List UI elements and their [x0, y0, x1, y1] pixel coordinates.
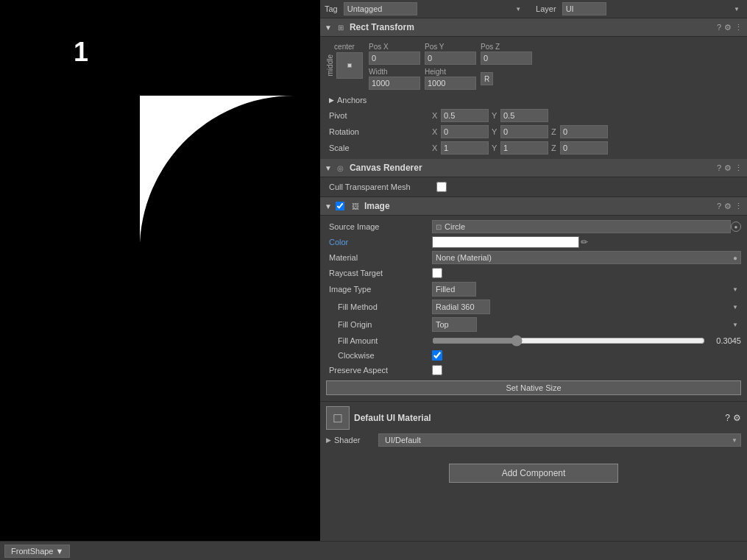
fill-origin-dropdown-wrapper: Bottom Right Top Left	[432, 317, 741, 332]
inspector-panel: Tag Untagged Layer UI ▼ ⊞ Rect Transform…	[320, 0, 747, 541]
color-input-row: ✏	[432, 236, 741, 248]
tag-dropdown-wrapper: Untagged	[344, 2, 524, 15]
pos-x-input[interactable]	[369, 52, 420, 65]
pos-x-field: Pos X	[369, 43, 420, 65]
anchors-label: Anchors	[337, 96, 367, 104]
image-enabled-checkbox[interactable]	[336, 202, 344, 210]
rotation-z-label: Z	[551, 127, 559, 136]
color-swatch[interactable]	[432, 236, 579, 248]
rotation-y-input[interactable]: 0	[500, 125, 548, 138]
set-native-size-button[interactable]: Set Native Size	[326, 380, 741, 395]
scale-value: X 1 Y 1 Z 0	[432, 141, 741, 155]
width-input[interactable]: 1000	[369, 77, 420, 90]
rotation-value: X 0 Y 0 Z 0	[432, 125, 741, 138]
fill-origin-label: Fill Origin	[329, 320, 432, 329]
canvas-renderer-help-icon[interactable]: ?	[717, 163, 721, 173]
rect-transform-more-icon[interactable]: ⋮	[734, 23, 743, 32]
rect-transform-icon: ⊞	[335, 21, 347, 33]
cull-checkbox[interactable]	[436, 182, 447, 192]
anchors-toggle[interactable]: ▶ Anchors	[329, 94, 741, 106]
color-picker-icon[interactable]: ✏	[581, 237, 588, 247]
source-image-field[interactable]: ⊡ Circle	[432, 220, 731, 233]
rect-transform-header[interactable]: ▼ ⊞ Rect Transform ? ⚙ ⋮	[320, 18, 747, 37]
rect-transform-settings-icon[interactable]: ⚙	[724, 23, 732, 32]
canvas-renderer-settings-icon[interactable]: ⚙	[724, 163, 732, 173]
scale-x-input[interactable]: 1	[441, 141, 489, 155]
source-image-circle-btn[interactable]: ●	[731, 221, 741, 232]
preserve-aspect-checkbox[interactable]	[432, 365, 442, 375]
fill-method-row: Fill Method Horizontal Vertical Radial 9…	[320, 298, 747, 316]
pivot-x-label: X	[432, 111, 439, 120]
image-settings-icon[interactable]: ⚙	[724, 202, 732, 211]
shader-dropdown-arrow: ▼	[732, 437, 737, 444]
image-help-icon[interactable]: ?	[717, 202, 721, 211]
scale-z-input[interactable]: 0	[560, 141, 608, 155]
fill-origin-select[interactable]: Bottom Right Top Left	[432, 317, 477, 332]
rect-transform-help-icon[interactable]: ?	[717, 23, 721, 32]
clockwise-checkbox[interactable]	[432, 350, 442, 361]
rotation-x-field: X 0	[432, 125, 489, 138]
fill-method-select[interactable]: Horizontal Vertical Radial 90 Radial 180…	[432, 300, 490, 314]
image-more-icon[interactable]: ⋮	[734, 202, 743, 211]
material-box-icon: □	[334, 411, 342, 426]
layer-select[interactable]: UI	[562, 2, 606, 15]
anchor-box[interactable]	[336, 52, 363, 79]
front-shape-tab[interactable]: FrontShape ▼	[4, 545, 70, 558]
anchors-arrow: ▶	[329, 96, 334, 104]
shader-dropdown[interactable]: UI/Default ▼	[378, 433, 741, 447]
pos-z-field: Pos Z	[481, 43, 532, 65]
source-image-row: Source Image ⊡ Circle ●	[320, 219, 747, 235]
scale-xyz: X 1 Y 1 Z 0	[432, 141, 741, 155]
canvas-area: 1	[0, 0, 320, 541]
canvas-renderer-body: Cull Transparent Mesh	[320, 177, 747, 196]
material-circle-btn[interactable]: ●	[733, 254, 737, 262]
anchor-widget: center middle	[326, 43, 363, 79]
pivot-y-field: Y 0.5	[492, 109, 548, 122]
height-label: Height	[425, 68, 476, 76]
tag-select[interactable]: Untagged	[344, 2, 417, 15]
pos-z-input[interactable]	[481, 52, 532, 65]
canvas-renderer-header-icons: ? ⚙ ⋮	[717, 163, 743, 173]
canvas-renderer-title: Canvas Renderer	[350, 163, 717, 173]
anchor-center-label: center	[334, 43, 355, 51]
image-icon: 🖼	[350, 200, 361, 212]
clockwise-row: Clockwise	[320, 348, 747, 363]
front-shape-arrow: ▼	[55, 547, 63, 556]
material-help-icon[interactable]: ?	[725, 413, 730, 423]
rotation-xyz: X 0 Y 0 Z 0	[432, 125, 741, 138]
material-section-header: □ Default UI Material ? ⚙	[326, 405, 741, 431]
rotation-x-input[interactable]: 0	[441, 125, 489, 138]
material-row: Material None (Material) ●	[320, 249, 747, 266]
source-image-circle-icon: ●	[734, 224, 738, 230]
pos-y-input[interactable]	[425, 52, 476, 65]
pivot-y-input[interactable]: 0.5	[500, 109, 548, 122]
rotation-y-field: Y 0	[492, 125, 548, 138]
rotation-y-label: Y	[492, 127, 499, 136]
image-type-select[interactable]: Simple Sliced Tiled Filled	[432, 282, 476, 297]
default-material-title: Default UI Material	[354, 413, 721, 423]
raycast-checkbox[interactable]	[432, 268, 442, 278]
material-value: None (Material)	[436, 253, 492, 262]
scale-x-field: X 1	[432, 141, 489, 155]
r-button[interactable]: R	[481, 72, 493, 85]
image-type-label: Image Type	[329, 285, 432, 294]
canvas-renderer-more-icon[interactable]: ⋮	[734, 163, 743, 173]
cull-row: Cull Transparent Mesh	[320, 180, 747, 194]
pos-z-label: Pos Z	[481, 43, 532, 51]
add-component-button[interactable]: Add Component	[449, 464, 618, 483]
slider-row: 0.3045	[432, 335, 741, 347]
rect-top-section: center middle Pos X	[320, 40, 747, 93]
material-gear-icon[interactable]: ⚙	[733, 413, 741, 423]
front-shape-label: FrontShape	[11, 547, 53, 556]
pivot-label: Pivot	[329, 111, 432, 120]
canvas-renderer-header[interactable]: ▼ ◎ Canvas Renderer ? ⚙ ⋮	[320, 159, 747, 177]
rotation-row: Rotation X 0 Y 0 Z 0	[320, 124, 747, 140]
shader-expand-arrow[interactable]: ▶	[326, 436, 331, 444]
fill-amount-slider[interactable]	[432, 335, 705, 347]
pivot-x-input[interactable]: 0.5	[441, 109, 489, 122]
height-input[interactable]: 1000	[425, 77, 476, 90]
scale-y-input[interactable]: 1	[500, 141, 548, 155]
rotation-z-input[interactable]: 0	[560, 125, 608, 138]
scale-x-label: X	[432, 143, 439, 152]
image-header[interactable]: ▼ 🖼 Image ? ⚙ ⋮	[320, 196, 747, 216]
